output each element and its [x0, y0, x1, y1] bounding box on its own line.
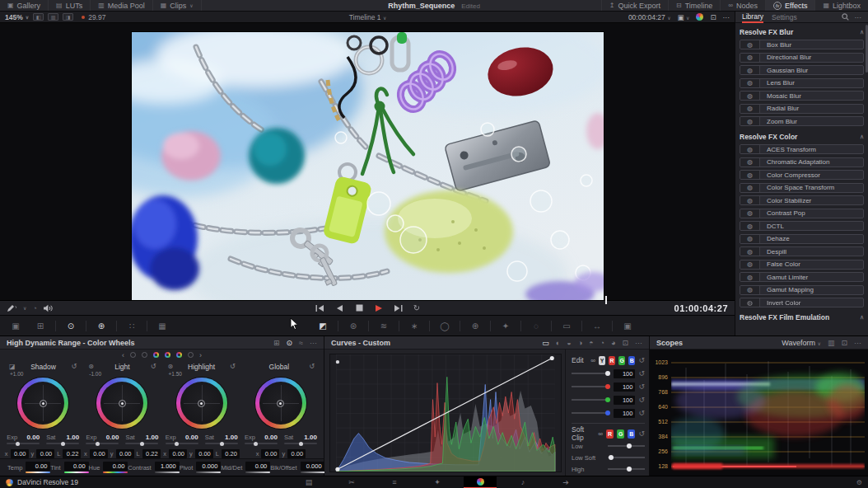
power-window-icon[interactable]: ◯ [432, 321, 457, 331]
fx-item-false-color[interactable]: ◍ False Color [740, 260, 864, 270]
reset-icon[interactable]: ↺ [638, 356, 645, 364]
page-deliver[interactable]: ➔ [549, 476, 582, 488]
mid-det-field[interactable]: Mid/Det 0.00 [221, 462, 270, 473]
pivot-field[interactable]: Pivot 0.000 [180, 462, 222, 473]
wheels-view-icon[interactable]: ⊙ [287, 339, 293, 347]
color-match-icon[interactable]: ⊞ [28, 321, 53, 331]
page-fusion[interactable]: ✦ [421, 476, 454, 488]
page-dot[interactable] [142, 352, 147, 358]
collapse-icon[interactable]: ∧ [860, 29, 864, 35]
mid-det-value[interactable]: 0.00 [245, 462, 270, 471]
fx-item-directional-blur[interactable]: ◍ Directional Blur [740, 53, 864, 63]
page-color[interactable] [464, 476, 497, 488]
r-gain-slider[interactable] [572, 386, 610, 387]
camera-raw-icon[interactable]: ▣ [3, 321, 28, 331]
timeline-button[interactable]: ⊟ Timeline [668, 0, 720, 11]
fx-item-despill[interactable]: ◍ Despill [740, 246, 864, 256]
color-wheel-light[interactable] [96, 378, 147, 429]
page-dot[interactable] [165, 352, 170, 358]
clips-button[interactable]: ▦ Clips ∨ [153, 0, 202, 11]
collapse-icon[interactable]: ∧ [860, 134, 864, 140]
soft-channel-g-button[interactable]: G [617, 429, 624, 439]
reset-icon[interactable]: ↺ [638, 409, 645, 417]
color-wheel-global[interactable] [255, 378, 306, 429]
project-settings-icon[interactable]: ⚙ [856, 479, 862, 486]
fx-item-dehaze[interactable]: ◍ Dehaze [740, 234, 864, 244]
g-gain-value[interactable]: 100 [614, 396, 635, 405]
lightbox-button[interactable]: ▦ Lightbox [814, 0, 868, 11]
tint-value[interactable]: 0.00 [64, 462, 89, 471]
collapse-icon[interactable]: ∧ [860, 314, 864, 321]
color-wheels-icon[interactable]: ⊙ [58, 321, 83, 331]
gang-link-icon[interactable]: ∞ [598, 430, 603, 438]
curve-mode-icon[interactable]: ◓ [589, 339, 593, 347]
timeline-selector[interactable]: Timeline 1 ∨ [0, 13, 735, 21]
saturation-slider[interactable]: Sat1.00 [205, 434, 238, 444]
l-value[interactable]: 0.22 [142, 449, 161, 458]
hdr-options-button[interactable]: ··· [310, 339, 317, 347]
zone-range-icon[interactable]: ⊛ [88, 363, 94, 370]
fx-item-chromatic-adaptation[interactable]: ◍ Chromatic Adaptation [740, 157, 864, 167]
b-gain-slider[interactable] [572, 412, 610, 414]
section-resolve-fx-color[interactable]: Resolve FX Color ∧ [740, 131, 864, 142]
page-cut[interactable]: ✂ [335, 476, 368, 488]
fx-item-invert-color[interactable]: ◍ Invert Color [740, 298, 864, 307]
g-gain-slider[interactable] [572, 399, 610, 401]
x-value[interactable]: 0.00 [169, 449, 187, 458]
saturation-slider[interactable]: Sat1.00 [46, 434, 79, 444]
high-slider[interactable] [608, 468, 645, 470]
r-gain-value[interactable]: 100 [614, 382, 635, 392]
waveform-scope[interactable]: 1023 896 768 640 512 384 256 128 0 [650, 350, 868, 476]
rgb-mixer-icon[interactable]: ∷ [119, 321, 144, 331]
reset-icon[interactable]: ↺ [638, 396, 645, 404]
hdr-grade-icon[interactable]: ⊕ [89, 321, 114, 331]
reset-icon[interactable]: ↺ [309, 363, 315, 370]
fx-item-mosaic-blur[interactable]: ◍ Mosaic Blur [740, 91, 864, 101]
curve-mode-icon[interactable]: ◑ [578, 339, 582, 347]
fx-item-color-space-transform[interactable]: ◍ Color Space Transform [740, 183, 864, 193]
luts-button[interactable]: ▤ LUTs [49, 0, 91, 11]
tab-library[interactable]: Library [742, 11, 763, 23]
temp-value[interactable]: 0.00 [26, 462, 50, 471]
search-icon[interactable] [842, 13, 849, 21]
key-icon[interactable]: ▭ [554, 321, 579, 331]
page-media[interactable]: ▤ [292, 476, 325, 488]
gang-link-icon[interactable]: ∞ [590, 357, 595, 364]
loop-button[interactable]: ↻ [413, 304, 420, 312]
reset-icon[interactable]: ↺ [230, 363, 236, 370]
curve-mode-icon[interactable]: ◐ [556, 339, 560, 347]
viewer[interactable] [0, 23, 735, 300]
reset-icon[interactable]: ↺ [638, 382, 645, 391]
contrast-value[interactable]: 1.000 [155, 462, 180, 471]
reset-icon[interactable]: ↺ [151, 363, 156, 370]
page-next-icon[interactable]: › [199, 351, 202, 359]
go-to-end-button[interactable] [394, 303, 404, 313]
quick-export-button[interactable]: ↥ Quick Export [601, 0, 668, 11]
y-gain-slider[interactable] [572, 373, 610, 374]
reset-icon[interactable]: ↺ [638, 429, 645, 438]
curve-mode-icon[interactable]: ◔ [600, 339, 604, 347]
stop-button[interactable] [354, 303, 365, 313]
curves-options-button[interactable]: ··· [635, 339, 642, 347]
expand-icon[interactable]: ⊡ [841, 339, 847, 347]
y-value[interactable]: 0.00 [116, 449, 134, 458]
section-resolve-fx-blur[interactable]: Resolve FX Blur ∧ [740, 26, 864, 37]
stereo-3d-icon[interactable]: ▣ [615, 321, 640, 331]
hue-curves-icon[interactable]: ≋ [371, 321, 396, 331]
expand-icon[interactable]: ⊡ [622, 339, 628, 347]
b-gain-value[interactable]: 100 [614, 409, 635, 418]
reset-icon[interactable]: ↺ [72, 363, 77, 370]
media-pool-button[interactable]: ▥ Media Pool [91, 0, 153, 11]
gallery-button[interactable]: ▣ Gallery [0, 0, 49, 11]
tracker-icon[interactable]: ⊕ [463, 321, 488, 331]
page-dot[interactable] [188, 352, 194, 358]
effects-library-list[interactable]: Resolve FX Blur ∧ ◍ Box Blur ◍ Direction… [735, 23, 868, 336]
soft-channel-b-button[interactable]: B [628, 429, 635, 439]
go-to-start-button[interactable] [315, 303, 325, 313]
zone-range-icon[interactable]: ◪ [9, 363, 16, 370]
channel-y-button[interactable]: Y [599, 356, 605, 365]
channel-r-button[interactable]: R [609, 356, 615, 365]
low-soft-slider[interactable] [608, 457, 645, 458]
play-button[interactable] [374, 303, 385, 313]
soft-channel-r-button[interactable]: R [606, 429, 614, 439]
